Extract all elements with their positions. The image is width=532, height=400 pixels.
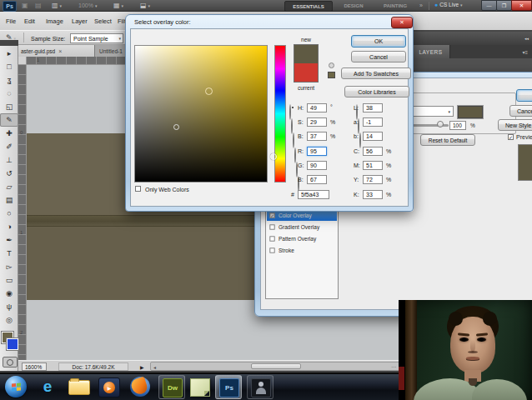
scroll-dots-icon[interactable]: ⋯ (391, 363, 396, 369)
taskbar-button-photoshop-active[interactable]: Ps (215, 375, 242, 399)
gradient-tool[interactable]: ▤ (0, 193, 18, 207)
s-radio[interactable] (291, 118, 293, 134)
m-field[interactable]: 51 (363, 161, 383, 170)
zoom-level-control[interactable]: 100%▾ (78, 2, 97, 8)
only-web-colors-checkbox[interactable] (135, 186, 141, 192)
layer-style-ok-button[interactable]: OK (516, 89, 532, 102)
tab-close-icon[interactable]: × (58, 48, 62, 54)
bridge-icon[interactable]: ▣ (22, 2, 28, 9)
bb-radio[interactable] (359, 132, 361, 148)
menu-layer[interactable]: Layer (72, 18, 88, 25)
quick-mask-icon[interactable] (3, 357, 18, 368)
taskbar-button-recorder[interactable] (247, 375, 274, 399)
g-field[interactable]: 90 (307, 161, 327, 170)
new-style-button[interactable]: New Style... (498, 119, 532, 131)
gamut-warning-icon[interactable] (329, 62, 334, 68)
preview-checkbox[interactable]: ✓ (508, 134, 514, 140)
gamut-swatch[interactable] (328, 72, 335, 78)
hex-field[interactable]: 5f5a43 (298, 190, 329, 199)
bb-field[interactable]: 14 (363, 132, 383, 141)
scrollbar-thumb[interactable] (251, 363, 301, 369)
background-color-swatch[interactable] (7, 338, 18, 350)
horizontal-scrollbar[interactable]: ◂ ⋯ (150, 362, 400, 371)
minimize-button[interactable]: — (481, 0, 497, 11)
r-radio[interactable] (294, 148, 296, 163)
color-field-marker[interactable] (205, 88, 213, 95)
dialog-close-button[interactable]: ✕ (391, 17, 413, 28)
restore-button[interactable]: ❐ (496, 0, 512, 11)
style-checkbox[interactable] (269, 236, 274, 241)
explorer-folder-icon[interactable] (68, 380, 90, 395)
start-button[interactable] (5, 376, 27, 398)
media-player-icon[interactable]: ▶ (98, 378, 120, 398)
shape-tool[interactable]: ▭ (0, 273, 18, 287)
cancel-button[interactable]: Cancel (351, 51, 406, 62)
hand-tool[interactable]: ψ (0, 300, 18, 313)
menu-select[interactable]: Select (94, 18, 112, 25)
hue-slider[interactable] (274, 45, 286, 182)
scroll-left-arrow-icon[interactable]: ◂ (153, 364, 156, 370)
taskbar-button-dreamweaver[interactable]: Dw (158, 375, 185, 399)
zoom-tool[interactable]: ◎ (0, 313, 18, 327)
overlay-color-swatch[interactable] (458, 106, 483, 118)
style-item-stroke[interactable]: Stroke (267, 245, 337, 256)
dodge-tool[interactable]: ◑ (0, 220, 18, 233)
add-to-swatches-button[interactable]: Add To Swatches (341, 68, 411, 79)
workspace-tab-painting[interactable]: PAINTING (375, 2, 415, 10)
style-checkbox-checked[interactable]: ✓ (269, 212, 274, 218)
clone-stamp-tool[interactable]: ⊥ (0, 153, 18, 167)
pen-tool[interactable]: ✒ (0, 233, 18, 247)
view-extras-icon[interactable]: ▥▾ (52, 2, 62, 9)
h-radio[interactable] (289, 104, 291, 120)
mini-bridge-icon[interactable]: ▤ (35, 2, 42, 9)
s-field[interactable]: 29 (307, 118, 327, 127)
path-selection-tool[interactable]: ▻ (0, 260, 18, 273)
blur-tool[interactable]: ○ (0, 207, 18, 220)
screen-mode-icon[interactable]: ⬓▾ (140, 2, 150, 9)
r-field-focused[interactable]: 95 (307, 147, 327, 156)
ok-button[interactable]: OK (351, 35, 406, 48)
menu-edit[interactable]: Edit (24, 18, 35, 25)
brush-tool[interactable]: ✐ (0, 140, 18, 153)
b-radio[interactable] (293, 132, 294, 148)
workspace-overflow-chevron[interactable]: » (419, 2, 423, 8)
l-field[interactable]: 38 (363, 103, 383, 112)
internet-explorer-icon[interactable]: e (37, 376, 58, 398)
doc-size-readout[interactable]: Doc: 17.6K/49.2K (58, 362, 128, 371)
arrange-documents-icon[interactable]: ▦▾ (113, 2, 123, 9)
eraser-tool[interactable]: ▱ (0, 180, 18, 193)
hue-slider-indicator[interactable] (270, 153, 277, 160)
color-libraries-button[interactable]: Color Libraries (344, 86, 409, 98)
layer-style-cancel-button[interactable]: Cancel (509, 105, 532, 117)
h-field[interactable]: 49 (307, 103, 327, 112)
cs-live-button[interactable]: ● CS Live ▾ (434, 2, 463, 8)
firefox-icon[interactable] (130, 377, 150, 397)
y-field[interactable]: 72 (363, 175, 383, 184)
sample-size-dropdown[interactable]: Point Sample ▾ (70, 33, 123, 43)
menu-file[interactable]: File (6, 18, 16, 25)
tools-panel-header[interactable] (0, 40, 18, 46)
style-item-gradient-overlay[interactable]: Gradient Overlay (267, 222, 337, 232)
reset-to-default-button[interactable]: Reset to Default (420, 134, 475, 146)
crop-tool[interactable]: ◱ (0, 100, 18, 113)
healing-brush-tool[interactable]: ✚ (0, 127, 18, 140)
color-field[interactable] (134, 45, 268, 182)
zoom-percent-field[interactable]: 1600% (22, 362, 47, 371)
b2-field[interactable]: 67 (307, 175, 327, 184)
sticky-notes-icon[interactable] (190, 378, 210, 397)
panel-menu-icon[interactable]: ▾≡ (522, 49, 528, 55)
workspace-tab-design[interactable]: DESIGN (335, 2, 372, 10)
collapse-panels-icon[interactable]: ◂◂ (524, 36, 529, 41)
style-item-pattern-overlay[interactable]: Pattern Overlay (267, 233, 337, 244)
style-checkbox[interactable] (269, 248, 274, 252)
c-field[interactable]: 56 (363, 147, 383, 156)
a-field[interactable]: -1 (363, 118, 383, 127)
k-field[interactable]: 33 (363, 190, 383, 199)
document-tab-active[interactable]: aster-guid.psd × (18, 45, 95, 57)
layers-panel-tab[interactable]: LAYERS (412, 45, 450, 58)
3d-rotate-tool[interactable]: ◉ (0, 287, 18, 300)
type-tool[interactable]: T (0, 247, 18, 260)
eyedropper-tool-selected[interactable]: ✎ (0, 113, 18, 127)
menu-image[interactable]: Image (46, 18, 63, 25)
quick-selection-tool[interactable]: ◌ (0, 87, 18, 100)
